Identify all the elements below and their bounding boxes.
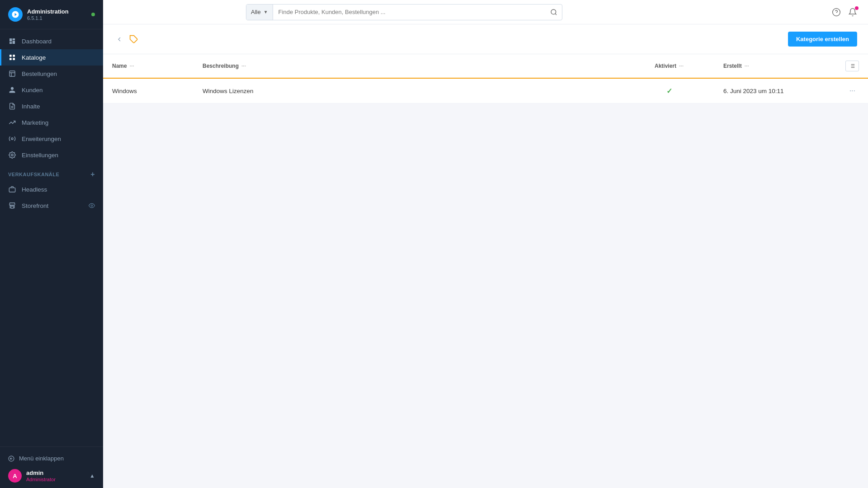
app-title-block: Administration 6.5.1.1 bbox=[27, 8, 87, 21]
user-details: admin Administrator bbox=[26, 469, 56, 482]
topbar-icons bbox=[832, 8, 857, 17]
orders-icon bbox=[8, 70, 16, 78]
td-beschreibung: Windows Lizenzen bbox=[193, 81, 624, 101]
customers-icon bbox=[8, 86, 16, 94]
th-actions bbox=[841, 54, 868, 78]
categories-table: Name ··· Beschreibung ··· Aktiviert ··· … bbox=[103, 54, 868, 103]
table-header: Name ··· Beschreibung ··· Aktiviert ··· … bbox=[103, 54, 868, 79]
notification-icon[interactable] bbox=[848, 8, 857, 17]
add-verkaufskanal-button[interactable]: + bbox=[90, 170, 95, 178]
content-area: Kategorie erstellen Name ··· Beschreibun… bbox=[103, 24, 868, 488]
th-beschreibung: Beschreibung ··· bbox=[193, 54, 624, 78]
sidebar-item-erweiterungen-label: Erweiterungen bbox=[22, 136, 61, 142]
svg-point-15 bbox=[833, 8, 840, 16]
td-name: Windows bbox=[103, 81, 193, 101]
svg-rect-2 bbox=[9, 58, 12, 60]
svg-point-11 bbox=[91, 205, 93, 206]
app-logo bbox=[8, 7, 23, 22]
th-aktiviert-dots: ··· bbox=[679, 63, 684, 69]
td-erstellt: 6. Juni 2023 um 10:11 bbox=[714, 81, 841, 101]
dashboard-icon bbox=[8, 37, 16, 45]
sidebar-item-bestellungen[interactable]: Bestellungen bbox=[0, 66, 103, 82]
sidebar-item-dashboard-label: Dashboard bbox=[22, 38, 52, 45]
search-filter-chevron: ▼ bbox=[264, 9, 268, 14]
search-filter-dropdown[interactable]: Alle ▼ bbox=[246, 5, 273, 20]
th-name-dots: ··· bbox=[130, 63, 134, 69]
catalog-icon bbox=[8, 53, 16, 61]
search-input[interactable] bbox=[273, 5, 546, 20]
collapse-menu-button[interactable]: Menü einklappen bbox=[8, 452, 95, 465]
marketing-icon bbox=[8, 118, 16, 127]
app-version: 6.5.1.1 bbox=[27, 15, 87, 21]
svg-rect-1 bbox=[13, 55, 15, 57]
sidebar-item-bestellungen-label: Bestellungen bbox=[22, 70, 57, 77]
sidebar-item-headless[interactable]: Headless bbox=[0, 181, 103, 197]
sidebar-item-kataloge[interactable]: Kataloge bbox=[0, 49, 103, 66]
search-filter-label: Alle bbox=[251, 9, 261, 15]
svg-line-14 bbox=[555, 14, 557, 15]
sidebar: Administration 6.5.1.1 Dashboard Katalog… bbox=[0, 0, 103, 488]
content-icon bbox=[8, 102, 16, 110]
content-toolbar: Kategorie erstellen bbox=[103, 24, 868, 54]
extensions-icon bbox=[8, 135, 16, 143]
sidebar-item-storefront-label: Storefront bbox=[22, 202, 48, 209]
storefront-eye-icon[interactable] bbox=[89, 202, 95, 209]
th-erstellt-dots: ··· bbox=[745, 63, 749, 69]
user-chevron-icon: ▲ bbox=[90, 473, 95, 479]
search-container: Alle ▼ bbox=[246, 4, 562, 20]
sidebar-item-headless-label: Headless bbox=[22, 186, 47, 193]
td-aktiviert: ✓ bbox=[624, 80, 714, 102]
sidebar-item-marketing[interactable]: Marketing bbox=[0, 114, 103, 131]
svg-rect-0 bbox=[9, 55, 12, 57]
help-icon[interactable] bbox=[832, 8, 841, 17]
user-name: admin bbox=[26, 469, 56, 477]
notification-dot bbox=[855, 6, 859, 10]
create-category-button[interactable]: Kategorie erstellen bbox=[788, 32, 857, 47]
th-erstellt: Erstellt ··· bbox=[714, 54, 841, 78]
sidebar-item-storefront[interactable]: Storefront bbox=[0, 197, 103, 214]
svg-point-13 bbox=[551, 9, 556, 14]
headless-icon bbox=[8, 185, 16, 193]
storefront-icon bbox=[8, 202, 16, 210]
th-name: Name ··· bbox=[103, 54, 193, 78]
online-indicator bbox=[91, 13, 95, 16]
table-row[interactable]: Windows Windows Lizenzen ✓ 6. Juni 2023 … bbox=[103, 79, 868, 103]
collapse-icon bbox=[8, 455, 14, 462]
sidebar-item-kunden[interactable]: Kunden bbox=[0, 82, 103, 98]
sidebar-item-kataloge-label: Kataloge bbox=[22, 54, 46, 61]
row-context-menu-button[interactable]: ··· bbox=[846, 85, 859, 97]
sidebar-item-dashboard[interactable]: Dashboard bbox=[0, 33, 103, 49]
main-content: Alle ▼ bbox=[103, 0, 868, 488]
user-role: Administrator bbox=[26, 477, 56, 482]
sidebar-footer: Menü einklappen A admin Administrator ▲ bbox=[0, 446, 103, 488]
activated-check-icon: ✓ bbox=[666, 87, 672, 95]
category-tag-icon bbox=[129, 35, 138, 44]
sidebar-item-marketing-label: Marketing bbox=[22, 119, 48, 126]
sidebar-item-erweiterungen[interactable]: Erweiterungen bbox=[0, 131, 103, 147]
column-list-button[interactable] bbox=[845, 61, 859, 71]
sidebar-item-einstellungen-label: Einstellungen bbox=[22, 152, 58, 159]
svg-rect-9 bbox=[9, 188, 15, 192]
td-actions: ··· bbox=[841, 79, 868, 103]
main-nav: Dashboard Kataloge Bestellungen bbox=[0, 29, 103, 446]
settings-icon bbox=[8, 151, 16, 159]
search-button[interactable] bbox=[546, 5, 562, 20]
sidebar-item-inhalte-label: Inhalte bbox=[22, 103, 40, 110]
svg-point-7 bbox=[11, 138, 13, 140]
collapse-menu-label: Menü einklappen bbox=[19, 455, 64, 462]
app-name: Administration bbox=[27, 8, 87, 15]
back-button[interactable] bbox=[114, 34, 125, 45]
sidebar-item-kunden-label: Kunden bbox=[22, 87, 43, 94]
svg-point-8 bbox=[11, 154, 13, 156]
user-info[interactable]: A admin Administrator ▲ bbox=[8, 465, 95, 483]
svg-rect-3 bbox=[13, 58, 15, 60]
svg-rect-10 bbox=[11, 206, 13, 208]
svg-rect-4 bbox=[9, 71, 15, 76]
sidebar-item-inhalte[interactable]: Inhalte bbox=[0, 98, 103, 114]
user-avatar: A bbox=[8, 469, 22, 483]
sidebar-item-einstellungen[interactable]: Einstellungen bbox=[0, 147, 103, 163]
th-beschreibung-dots: ··· bbox=[241, 63, 246, 69]
th-aktiviert: Aktiviert ··· bbox=[624, 54, 714, 78]
sidebar-header: Administration 6.5.1.1 bbox=[0, 0, 103, 29]
verkaufskanaele-section: Verkaufskanäle + bbox=[0, 163, 103, 181]
